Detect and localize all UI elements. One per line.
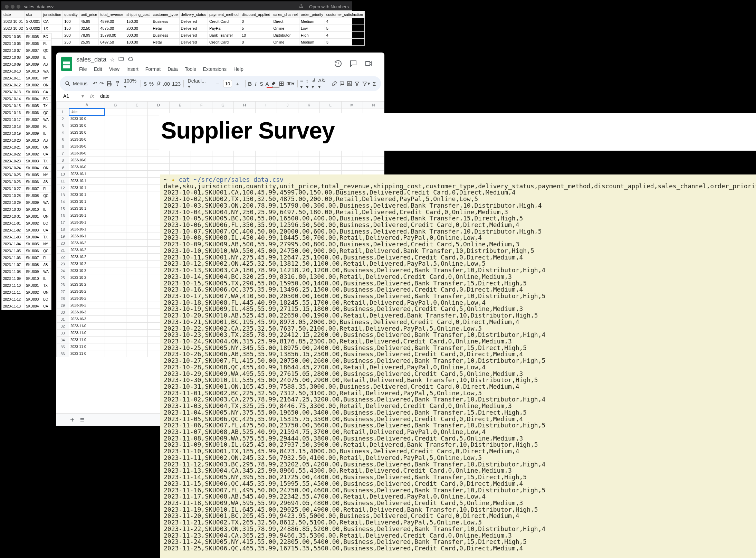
minimize-window-icon[interactable] bbox=[11, 5, 15, 9]
cell[interactable] bbox=[105, 122, 126, 129]
cell[interactable] bbox=[126, 157, 148, 164]
column-header[interactable]: A bbox=[69, 102, 105, 108]
row-number[interactable]: 33 bbox=[57, 330, 69, 337]
filter-icon[interactable] bbox=[354, 79, 360, 88]
cell[interactable] bbox=[212, 164, 234, 171]
increase-decimal-icon[interactable]: .00 bbox=[163, 79, 170, 88]
cell[interactable] bbox=[105, 185, 126, 191]
text-wrap-icon[interactable]: ↲ ▾ bbox=[312, 79, 316, 88]
numbers-header[interactable]: unit_price bbox=[79, 11, 99, 18]
cell[interactable] bbox=[212, 157, 234, 164]
row-number[interactable]: 9 bbox=[57, 164, 69, 171]
cell[interactable] bbox=[126, 226, 148, 233]
strikethrough-icon[interactable]: S bbox=[260, 79, 264, 88]
row-number[interactable]: 4 bbox=[57, 129, 69, 136]
row-number[interactable]: 26 bbox=[57, 281, 69, 288]
cell[interactable] bbox=[126, 219, 148, 226]
cell[interactable]: 2023-10-0 bbox=[69, 122, 105, 129]
cell[interactable] bbox=[105, 309, 126, 316]
column-header[interactable]: D bbox=[148, 102, 169, 108]
insert-chart-icon[interactable] bbox=[347, 79, 352, 88]
cell[interactable] bbox=[126, 164, 148, 171]
percent-icon[interactable]: % bbox=[149, 79, 154, 88]
cell[interactable] bbox=[341, 150, 363, 157]
column-header[interactable]: B bbox=[105, 102, 126, 108]
sheets-menu-item[interactable]: Extensions bbox=[200, 65, 229, 73]
cell[interactable]: 2023-10-1 bbox=[69, 226, 105, 233]
cell[interactable] bbox=[126, 143, 148, 150]
cell[interactable] bbox=[105, 302, 126, 309]
cell[interactable]: 2023-10-1 bbox=[69, 219, 105, 226]
row-number[interactable]: 13 bbox=[57, 191, 69, 198]
cell[interactable] bbox=[105, 198, 126, 205]
comment-icon[interactable] bbox=[349, 59, 357, 68]
numbers-row[interactable]: 2023-10-03SKU003ON20078.9915798.00300.00… bbox=[2, 32, 365, 39]
currency-icon[interactable]: $ bbox=[143, 79, 147, 88]
cell[interactable] bbox=[105, 150, 126, 157]
cell[interactable]: 2023-10-0 bbox=[69, 164, 105, 171]
increase-font-icon[interactable]: + bbox=[233, 79, 242, 88]
cell[interactable]: 2023-10-2 bbox=[69, 281, 105, 288]
cell[interactable] bbox=[212, 150, 234, 157]
cell[interactable] bbox=[105, 164, 126, 171]
cell[interactable]: 2023-11-0 bbox=[69, 337, 105, 343]
cell[interactable] bbox=[105, 343, 126, 350]
cell[interactable] bbox=[126, 198, 148, 205]
row-number[interactable]: 7 bbox=[57, 150, 69, 157]
column-header[interactable]: N bbox=[363, 102, 384, 108]
cell[interactable] bbox=[126, 254, 148, 261]
cell[interactable] bbox=[105, 330, 126, 337]
filter-views-icon[interactable]: ▾ bbox=[362, 79, 370, 88]
column-header[interactable]: G bbox=[212, 102, 234, 108]
cell[interactable]: 2023-10-2 bbox=[69, 267, 105, 274]
more-formats-icon[interactable]: 123 bbox=[172, 79, 181, 88]
cell[interactable] bbox=[148, 164, 169, 171]
cell[interactable] bbox=[126, 129, 148, 136]
row-number[interactable]: 36 bbox=[57, 350, 69, 357]
cell[interactable] bbox=[105, 337, 126, 343]
row-number[interactable]: 12 bbox=[57, 185, 69, 191]
functions-icon[interactable]: Σ bbox=[372, 79, 376, 88]
cell[interactable] bbox=[105, 171, 126, 178]
undo-icon[interactable]: ↶ bbox=[93, 79, 97, 88]
cell[interactable] bbox=[105, 178, 126, 185]
numbers-header[interactable]: total_revenue bbox=[99, 11, 125, 18]
cell[interactable] bbox=[255, 157, 277, 164]
cell[interactable] bbox=[126, 309, 148, 316]
insert-link-icon[interactable] bbox=[332, 79, 337, 88]
cell[interactable] bbox=[105, 157, 126, 164]
cell[interactable] bbox=[298, 157, 320, 164]
row-number[interactable]: 16 bbox=[57, 212, 69, 219]
cell[interactable]: 2023-10-0 bbox=[69, 157, 105, 164]
cell[interactable] bbox=[105, 129, 126, 136]
row-number[interactable]: 21 bbox=[57, 247, 69, 254]
cell[interactable] bbox=[169, 164, 191, 171]
decrease-decimal-icon[interactable]: .0̷ bbox=[156, 79, 161, 88]
cell[interactable]: 2023-10-1 bbox=[69, 185, 105, 191]
cell[interactable] bbox=[363, 157, 384, 164]
open-with-numbers-button[interactable]: Open with Numbers bbox=[309, 4, 349, 9]
sheets-menu-item[interactable]: Data bbox=[165, 65, 181, 73]
cell[interactable] bbox=[126, 136, 148, 143]
cell[interactable] bbox=[320, 164, 341, 171]
cell[interactable]: 2023-11-0 bbox=[69, 323, 105, 330]
numbers-row[interactable]: 2023-10-04SKU004NY25025.996497.50180.00R… bbox=[2, 39, 365, 46]
cell[interactable]: 2023-10-0 bbox=[69, 115, 105, 122]
cell[interactable] bbox=[363, 164, 384, 171]
cell[interactable] bbox=[191, 164, 212, 171]
numbers-header[interactable]: customer_satisfaction bbox=[325, 11, 364, 18]
row-number[interactable]: 3 bbox=[57, 122, 69, 129]
select-all-corner[interactable] bbox=[57, 102, 69, 108]
vertical-align-icon[interactable]: ↕ ▾ bbox=[306, 79, 310, 88]
cell[interactable] bbox=[341, 164, 363, 171]
row-number[interactable]: 27 bbox=[57, 288, 69, 295]
name-box[interactable]: A1▾ bbox=[61, 93, 86, 100]
cell[interactable] bbox=[126, 281, 148, 288]
google-sheets-logo-icon[interactable] bbox=[61, 57, 72, 71]
column-header[interactable]: E bbox=[169, 102, 191, 108]
cell[interactable] bbox=[126, 171, 148, 178]
cell[interactable] bbox=[126, 337, 148, 343]
cell[interactable] bbox=[105, 233, 126, 240]
star-icon[interactable]: ☆ bbox=[110, 56, 115, 63]
cell[interactable] bbox=[234, 157, 255, 164]
